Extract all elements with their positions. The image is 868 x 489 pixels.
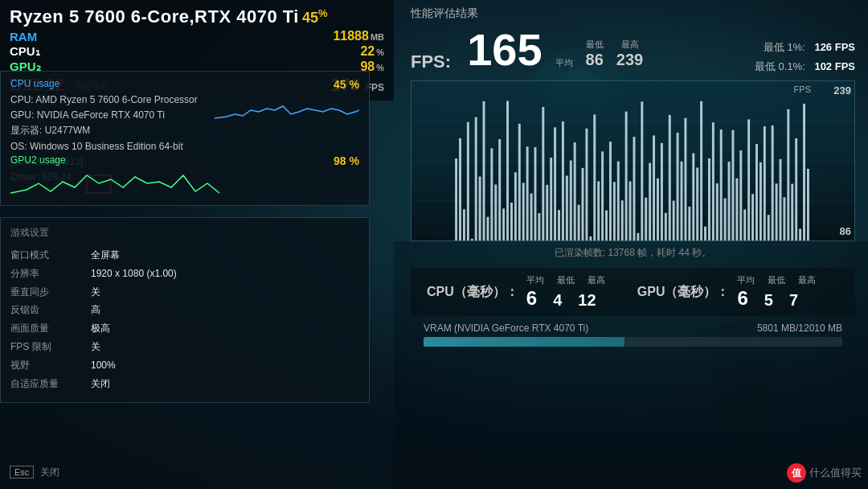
fps-bar (791, 184, 793, 240)
setting-key: 窗口模式 (10, 246, 91, 265)
fps-bar (534, 147, 537, 240)
esc-close-button[interactable]: Esc 关闭 (10, 466, 59, 479)
gpu-ms-label: GPU（毫秒）： (637, 284, 730, 301)
gpu-ms-group: GPU（毫秒）： 平均 最低 最高 6 5 7 (637, 274, 817, 310)
fps-bar (621, 200, 624, 240)
fps-bar (475, 117, 477, 240)
fps-bar (479, 176, 481, 240)
ram-number: 11888 (333, 29, 369, 43)
fps-bar (787, 109, 789, 240)
fps-min-col: 最低 86 (586, 39, 604, 69)
fps-bar (704, 227, 706, 240)
cpu-min-header: 最低 (557, 274, 575, 286)
gpu-info: GPU: NVIDIA GeForce RTX 4070 Ti (10, 108, 207, 123)
gpu-min-value: 5 (764, 291, 773, 310)
perf-title: 性能评估结果 (411, 6, 855, 21)
setting-key: 自适应质量 (10, 375, 91, 393)
fps-bar (716, 183, 719, 240)
fps-bar (696, 167, 698, 240)
fps-bar (751, 194, 754, 240)
setting-value: 全屏幕 (91, 246, 120, 265)
gpu-avg-value: 6 (737, 287, 747, 310)
fps-bar (467, 122, 469, 240)
fps-bar (589, 236, 592, 240)
fps-bar (764, 126, 766, 240)
fps-bar (807, 169, 809, 240)
fps-bar (574, 142, 576, 240)
fps-bar (760, 162, 762, 240)
gpu-min-header: 最低 (768, 274, 785, 286)
cpu-ms-group: CPU（毫秒）： 平均 最低 最高 6 4 12 (427, 274, 605, 310)
fps-bar (498, 139, 501, 240)
title-value: 45% (302, 7, 328, 27)
gpu-max-value: 7 (789, 291, 798, 310)
fps-bar (490, 148, 493, 240)
esc-label: 关闭 (40, 466, 59, 478)
vram-value: 5801 MB/12010 MB (757, 323, 842, 334)
cpu-info: CPU: AMD Ryzen 5 7600 6-Core Processor (10, 92, 207, 108)
fps-chart-svg (411, 81, 854, 240)
fps-bar (506, 101, 509, 240)
gpu-max-header: 最高 (798, 274, 816, 286)
cpu-ms-values: 平均 最低 最高 6 4 12 (526, 274, 605, 310)
fps-bar (768, 215, 770, 240)
cpu-label: CPU₁ (10, 44, 40, 59)
fps-max-label: 最高 (621, 39, 639, 51)
fps-bar (803, 104, 805, 240)
fps-chart-container: FPS 239 86 (411, 80, 855, 241)
setting-row: 反锯齿高 (10, 301, 359, 319)
ram-value: 11888MB (333, 29, 384, 43)
cpu-max-header: 最高 (588, 274, 605, 286)
fps-main-value: 165 (467, 27, 542, 72)
cpu-min-value: 4 (553, 291, 562, 310)
cpu-avg-value: 6 (526, 287, 537, 310)
fps-bar (739, 150, 742, 240)
gpu-usage-label: GPU2 usage (10, 154, 66, 166)
fps-bar (585, 129, 588, 240)
setting-row: 垂直同步关 (10, 283, 359, 302)
gpu-chart (10, 167, 359, 195)
fps-bar (688, 207, 690, 240)
fps-bar (735, 179, 738, 240)
esc-key: Esc (10, 466, 34, 479)
fps-bar (463, 209, 465, 240)
percentile-1-row: 最低 1%: 126 FPS (755, 38, 855, 56)
vram-bar-background (424, 337, 842, 347)
cpu-unit: % (376, 47, 384, 57)
fps-chart-max-value: 239 (833, 84, 851, 97)
fps-min-value: 86 (586, 51, 604, 69)
setting-key: 分辨率 (10, 265, 91, 283)
fps-bar (554, 127, 556, 240)
vram-header: VRAM (NVIDIA GeForce RTX 4070 Ti) 5801 M… (424, 323, 842, 334)
fps-bar (653, 135, 655, 240)
fps-bar (522, 183, 525, 240)
fps-bar (799, 228, 801, 240)
fps-bar (562, 121, 564, 240)
percentile-01-row: 最低 0.1%: 102 FPS (755, 57, 855, 76)
title-percent-val: 45 (302, 10, 318, 26)
cpu-usage-label: CPU usage (10, 78, 207, 89)
fps-bar (772, 125, 774, 240)
cpu-max-value: 12 (578, 291, 596, 310)
cpu-value: 22% (360, 44, 384, 59)
fps-bar (542, 107, 544, 240)
cpu-ms-label: CPU（毫秒）： (427, 284, 518, 301)
fps-bar (566, 175, 568, 240)
fps-bar (471, 239, 473, 240)
right-panel: 性能评估结果 FPS: 165 平均 最低 86 最高 239 最低 1%: 1… (398, 0, 868, 489)
fps-bar (582, 168, 584, 240)
percentile-1-value: 126 FPS (814, 41, 855, 53)
fps-bar (747, 119, 750, 240)
setting-key: 反锯齿 (10, 301, 91, 319)
setting-row: FPS 限制关 (10, 338, 359, 356)
fps-bar (673, 201, 675, 240)
fps-bar (661, 143, 663, 240)
gpu-ms-values: 平均 最低 最高 6 5 7 (737, 274, 816, 310)
fps-bar (743, 209, 746, 240)
ram-row: RAM 11888MB (10, 29, 384, 43)
fps-bar (455, 158, 457, 240)
fps-bar (550, 158, 552, 240)
fps-bar (601, 151, 604, 240)
game-settings-title: 游戏设置 (10, 226, 359, 240)
fps-bar (526, 146, 529, 240)
